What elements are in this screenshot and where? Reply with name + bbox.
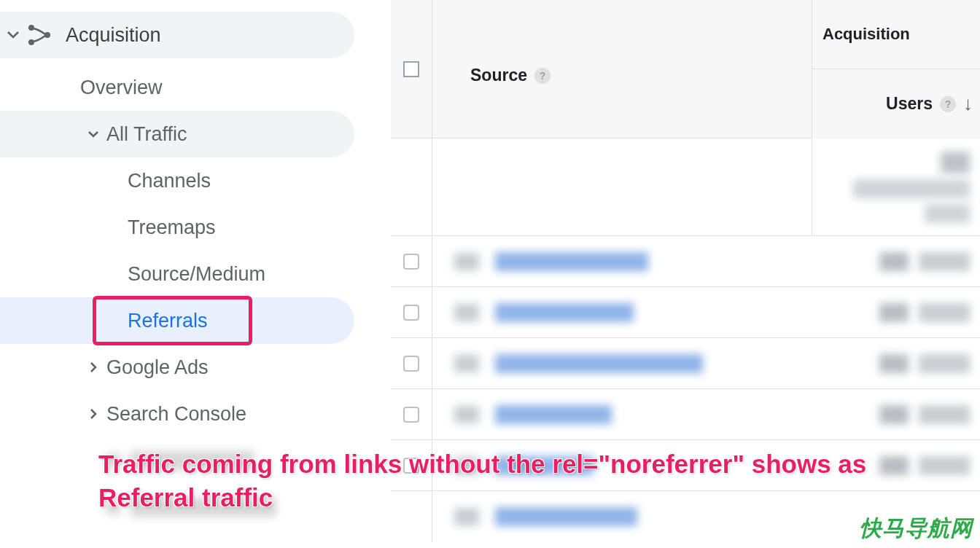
redacted-source-link[interactable]: [495, 507, 637, 526]
sidebar: Acquisition Overview All Traffic Channel…: [0, 0, 391, 548]
table-row: [391, 440, 980, 491]
sidebar-section-acquisition[interactable]: Acquisition: [0, 12, 354, 58]
chevron-down-icon: [6, 31, 20, 39]
redacted-value: [879, 405, 909, 424]
redacted-value: [879, 252, 909, 271]
table-row: [391, 389, 980, 440]
redacted-index: [454, 508, 479, 525]
row-checkbox[interactable]: [403, 356, 419, 372]
sidebar-item-google-ads[interactable]: Google Ads: [0, 344, 391, 391]
redacted-value: [919, 405, 970, 424]
sort-descending-icon: ↓: [963, 93, 973, 115]
header-checkbox-cell: [391, 0, 432, 138]
redacted-value: [879, 303, 909, 322]
redacted-index: [454, 355, 479, 372]
sidebar-item-label: Google Ads: [106, 356, 209, 379]
redacted-value: [941, 152, 970, 173]
row-checkbox[interactable]: [403, 407, 419, 423]
sidebar-item-referrals[interactable]: Referrals: [0, 297, 354, 344]
redacted-value: [879, 456, 909, 475]
help-icon[interactable]: ?: [940, 96, 956, 112]
column-header-users[interactable]: Users ? ↓: [812, 69, 980, 138]
table-summary-row: [391, 138, 980, 236]
sidebar-item-label: Search Console: [106, 403, 246, 426]
redacted-index: [454, 253, 479, 270]
sidebar-item-label: Channels: [128, 170, 211, 192]
redacted-index: [454, 304, 479, 321]
redacted-index: [454, 406, 479, 423]
redacted-index: [454, 457, 479, 474]
help-icon[interactable]: ?: [534, 68, 551, 84]
redacted-value: [925, 204, 970, 223]
redacted-value: [919, 354, 970, 373]
sidebar-item-search-console[interactable]: Search Console: [0, 391, 391, 437]
redacted-value: [879, 354, 909, 373]
sidebar-item-label: Referrals: [128, 310, 208, 332]
sidebar-section-label: Acquisition: [66, 24, 161, 47]
redacted-source-link[interactable]: [495, 405, 612, 424]
select-all-checkbox[interactable]: [403, 61, 419, 77]
svg-point-0: [28, 25, 34, 31]
column-label: Source: [470, 66, 527, 85]
sidebar-item-all-traffic[interactable]: All Traffic: [0, 111, 354, 157]
table-row: [391, 338, 980, 389]
sidebar-item-redacted: [0, 484, 391, 531]
redacted-value: [919, 456, 970, 475]
redacted-source-link[interactable]: [495, 354, 703, 373]
sidebar-item-source-medium[interactable]: Source/Medium: [0, 251, 391, 297]
acquisition-icon: [26, 23, 51, 47]
row-checkbox[interactable]: [403, 254, 419, 270]
sidebar-item-label: Source/Medium: [128, 263, 265, 286]
row-checkbox[interactable]: [403, 458, 419, 474]
redacted-value: [919, 303, 970, 322]
sidebar-item-label: All Traffic: [106, 123, 187, 146]
data-table: Source ? Acquisition Users ? ↓: [391, 0, 980, 548]
table-header: Source ? Acquisition Users ? ↓: [391, 0, 980, 138]
sidebar-item-label: Overview: [80, 77, 163, 99]
redacted-value: [853, 179, 970, 198]
column-label: Users: [886, 94, 933, 114]
column-group-label: Acquisition: [822, 25, 910, 44]
sidebar-item-channels[interactable]: Channels: [0, 157, 391, 204]
sidebar-item-redacted: [0, 437, 391, 484]
redacted-source-link[interactable]: [495, 303, 634, 322]
column-group-acquisition: Acquisition: [812, 0, 980, 69]
sidebar-item-overview[interactable]: Overview: [0, 64, 391, 111]
watermark: 快马导航网: [860, 514, 973, 544]
chevron-down-icon: [86, 131, 101, 138]
chevron-right-icon: [86, 362, 101, 372]
column-header-source[interactable]: Source ?: [432, 0, 812, 138]
redacted-source-link[interactable]: [495, 252, 648, 271]
svg-point-1: [28, 39, 34, 45]
chevron-right-icon: [86, 409, 101, 419]
table-row: [391, 236, 980, 287]
row-checkbox[interactable]: [403, 305, 419, 321]
redacted-value: [919, 252, 970, 271]
table-row: [391, 287, 980, 338]
sidebar-item-label: Treemaps: [128, 216, 216, 239]
sidebar-item-treemaps[interactable]: Treemaps: [0, 204, 391, 251]
svg-point-2: [44, 32, 50, 38]
redacted-source-link[interactable]: [495, 456, 594, 475]
